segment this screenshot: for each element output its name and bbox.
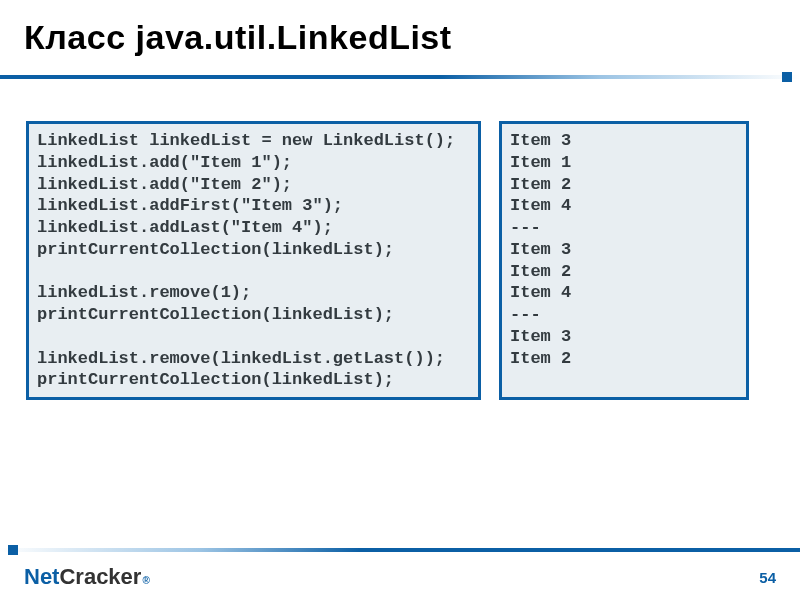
footer-divider <box>0 548 800 562</box>
page-number: 54 <box>759 569 776 590</box>
header-divider <box>0 75 800 89</box>
logo: NetCracker® <box>24 564 150 590</box>
code-block: LinkedList linkedList = new LinkedList()… <box>26 121 481 400</box>
logo-part2: Cracker <box>59 564 141 590</box>
divider-end-icon <box>782 72 792 82</box>
output-block: Item 3 Item 1 Item 2 Item 4 --- Item 3 I… <box>499 121 749 400</box>
logo-part1: Net <box>24 564 59 590</box>
slide-title: Класс java.util.LinkedList <box>24 18 776 57</box>
slide: Класс java.util.LinkedList LinkedList li… <box>0 0 800 600</box>
content-row: LinkedList linkedList = new LinkedList()… <box>24 121 776 400</box>
divider-start-icon <box>8 545 18 555</box>
footer: NetCracker® 54 <box>0 550 800 590</box>
logo-registered: ® <box>142 575 149 586</box>
